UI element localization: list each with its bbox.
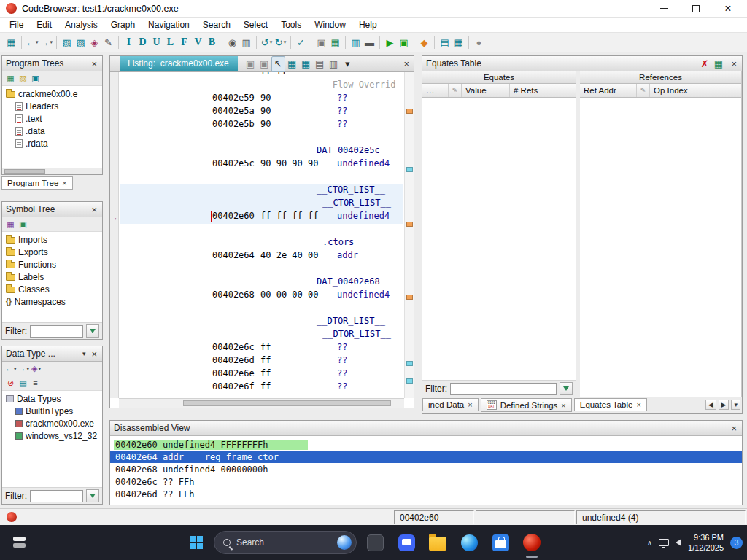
tab-close-icon[interactable]: × [561,401,565,410]
nav-marker[interactable] [406,361,413,366]
listing-line[interactable] [120,263,403,276]
menu-search[interactable]: Search [196,18,237,31]
symbol-refresh-icon[interactable]: ▣ [17,218,29,230]
redo-icon[interactable]: ↻▾ [274,34,287,50]
validate-icon[interactable]: ✓ [294,34,308,50]
taskbar-clock[interactable]: 9:36 PM 1/12/2025 [688,532,724,553]
tray-expand-icon[interactable]: ∧ [647,539,652,547]
listing-line[interactable] [120,132,403,145]
tab-close-icon[interactable]: × [636,400,640,409]
menu-file[interactable]: File [3,18,30,31]
menu-edit[interactable]: Edit [30,18,58,31]
close-icon[interactable]: × [402,58,411,69]
create-function-icon[interactable]: F [177,34,191,50]
stop-icon[interactable]: ◆ [417,34,431,50]
define-data-icon[interactable]: D [136,34,150,50]
listing-line[interactable] [120,303,403,316]
disassembled-row[interactable]: 00402e60 undefined4 FFFFFFFFh [110,438,742,451]
disassembled-row[interactable]: 00402e6d ?? FFh [110,488,742,500]
column-op-index[interactable]: Op Index [650,84,741,97]
tree-item-exports[interactable]: Exports [2,246,102,258]
sort-icon[interactable]: ✎ [449,84,462,97]
listing-title[interactable]: Listing: crackme0x00.exe [120,56,238,71]
notification-badge[interactable]: 3 [730,537,743,549]
collapse-tree-icon[interactable]: ▣ [29,72,42,85]
symbol-goto-icon[interactable]: ▦ [4,218,17,230]
tree-item-labels[interactable]: Labels [2,271,102,283]
tree-item-crackme0x00-e[interactable]: crackme0x00.e [2,88,102,100]
column-ref-addr[interactable]: Ref Addr [580,84,637,97]
data-type-manager-header[interactable]: Data Type ... ▾ × [2,346,102,362]
filter-options-button[interactable] [86,489,99,502]
filter-options-button[interactable] [86,324,99,338]
menu-help[interactable]: Help [352,18,384,31]
references-table-body[interactable] [580,98,741,397]
new-program-tree-icon[interactable]: ▦ [4,72,17,85]
listing-line[interactable]: __CTOR_LIST__ [120,198,403,211]
listing-line[interactable]: __DTOR_LIST__ [120,329,403,342]
tab-equates-table[interactable]: Equates Table× [574,398,647,411]
scrollbar-thumb[interactable] [4,169,45,174]
close-icon[interactable]: × [90,204,98,215]
undo-icon[interactable]: ↺▾ [260,34,274,50]
script-manager-icon[interactable]: ▣ [397,34,411,50]
data-type-tree[interactable]: Data TypesBuiltInTypescrackme0x00.exewin… [2,391,102,487]
tab-scroll-left-icon[interactable]: ◀ [705,400,716,410]
close-icon[interactable]: × [729,58,738,69]
listing-line[interactable]: DAT_00402e5c [120,145,403,158]
dt-forward-icon[interactable]: →▾ [18,362,31,375]
program-tree[interactable]: crackme0x00.eHeaders.text.data.rdata [2,86,102,168]
filter-options-button[interactable] [560,382,573,395]
equates-filter-input[interactable] [450,383,557,395]
tab-close-icon[interactable]: × [468,400,472,409]
column-name[interactable]: … [422,84,449,97]
maximize-button[interactable] [680,0,712,17]
remove-equate-icon[interactable]: ✗ [697,55,711,71]
data-table-icon[interactable]: ▦ [328,34,342,50]
dt-preview-icon[interactable]: ▤ [17,377,29,389]
listing-body[interactable]: → ff ff-- Flow Overrid00402e5990??00402e… [110,72,414,408]
apply-diff-icon[interactable]: ▦ [299,56,313,72]
minimize-button[interactable] [648,0,680,17]
search-text-icon[interactable]: ▥ [239,34,253,50]
listing-options-icon[interactable]: ▾ [341,56,355,72]
dt-filter-off-icon[interactable]: ⊘ [4,377,17,389]
column-refs[interactable]: # Refs [510,84,576,97]
edit-equates-icon[interactable]: ▦ [711,55,725,71]
register-view-icon[interactable]: ▤ [438,34,452,50]
disassembled-row[interactable]: 00402e6c ?? FFh [110,475,742,488]
navigate-back-icon[interactable]: ←▾ [25,34,39,50]
panel-menu-icon[interactable]: ▾ [82,350,86,357]
menu-select[interactable]: Select [237,18,274,31]
undefine-icon[interactable]: U [150,34,163,50]
program-tree-scrollbar[interactable] [2,168,102,174]
equates-header[interactable]: Equates Table ✗▦ × [422,56,742,71]
taskbar-search[interactable]: Search [214,531,357,554]
volume-icon[interactable] [676,539,681,546]
listing-line[interactable]: 00402e6fff?? [120,381,403,394]
listing-line[interactable]: 00402e6eff?? [120,368,403,381]
data-type-filter-input[interactable] [30,490,83,502]
menu-window[interactable]: Window [308,18,352,31]
tab-list-icon[interactable]: ▾ [731,400,740,410]
listing-line[interactable]: 00402e6440 2e 40 00addr [120,250,403,263]
tab-ined-data[interactable]: ined Data× [422,398,479,411]
listing-line[interactable]: .ctors [120,237,403,250]
start-button[interactable] [184,530,209,555]
sort-icon[interactable]: ✎ [637,84,650,97]
tree-item-data-types[interactable]: Data Types [2,392,102,405]
listing-line[interactable]: 00402e5990?? [120,93,403,106]
tree-item-imports[interactable]: Imports [2,233,102,246]
nav-marker[interactable] [406,295,413,300]
tree-item-classes[interactable]: Classes [2,283,102,295]
disassembled-view-header[interactable]: Disassembled View × [110,421,742,436]
duplicate-view-icon[interactable]: ▣ [244,56,258,72]
listing-line[interactable]: __DTOR_LIST__ [120,316,403,329]
tab-scroll-right-icon[interactable]: ▶ [719,400,729,410]
dt-back-icon[interactable]: ←▾ [4,362,18,375]
tree-item-functions[interactable]: Functions [2,258,102,271]
tree-item-crackme0x00-exe[interactable]: crackme0x00.exe [2,417,102,429]
console-icon[interactable]: ▬ [363,34,376,50]
snapshot-icon[interactable]: ▣ [314,34,328,50]
tab-close-icon[interactable]: × [62,179,66,187]
